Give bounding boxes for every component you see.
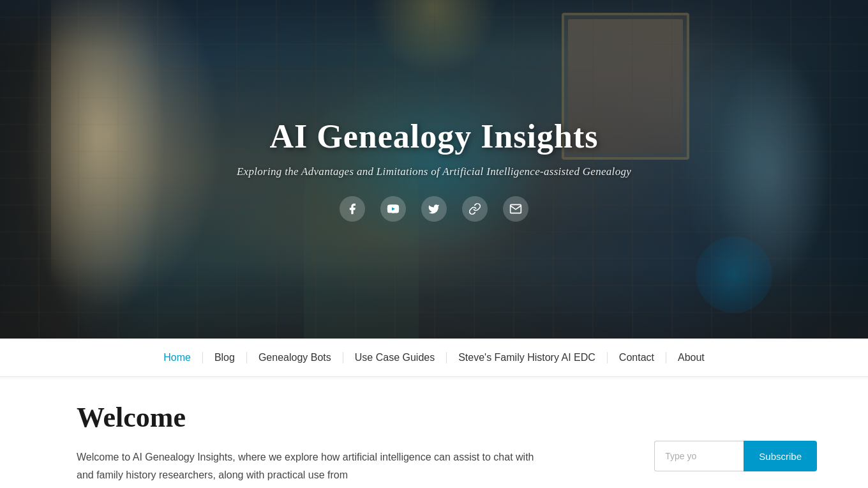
nav-link-use-case-guides[interactable]: Use Case Guides [355,352,435,363]
nav-item-contact[interactable]: Contact [607,352,666,363]
hero-section: AI Genealogy Insights Exploring the Adva… [0,0,868,339]
welcome-paragraph: Welcome to AI Genealogy Insights, where … [77,448,536,483]
facebook-icon[interactable] [340,196,365,222]
youtube-icon[interactable] [380,196,406,222]
nav-item-blog[interactable]: Blog [202,352,246,363]
twitter-icon[interactable] [421,196,447,222]
nav-list: Home Blog Genealogy Bots Use Case Guides… [152,352,716,363]
nav-link-home[interactable]: Home [163,352,191,363]
content-area: Welcome Welcome to AI Genealogy Insights… [77,402,613,484]
nav-item-genealogy-bots[interactable]: Genealogy Bots [246,352,343,363]
nav-link-blog[interactable]: Blog [214,352,235,363]
main-content: Welcome Welcome to AI Genealogy Insights… [0,377,868,488]
hero-content: AI Genealogy Insights Exploring the Adva… [237,118,631,222]
social-links [237,196,631,222]
nav-item-home[interactable]: Home [152,352,202,363]
subscribe-form: Subscribe [654,441,817,471]
nav-link-genealogy-bots[interactable]: Genealogy Bots [258,352,331,363]
welcome-heading: Welcome [77,402,613,433]
email-icon[interactable] [503,196,528,222]
nav-item-about[interactable]: About [666,352,716,363]
nav-link-contact[interactable]: Contact [619,352,654,363]
subscribe-button[interactable]: Subscribe [744,441,817,471]
subscribe-email-input[interactable] [654,441,744,471]
hero-subtitle: Exploring the Advantages and Limitations… [237,165,631,178]
main-navigation: Home Blog Genealogy Bots Use Case Guides… [0,339,868,377]
subscribe-area: Subscribe [651,402,817,484]
nav-item-ai-edc[interactable]: Steve's Family History AI EDC [446,352,607,363]
nav-item-use-case-guides[interactable]: Use Case Guides [343,352,446,363]
nav-link-ai-edc[interactable]: Steve's Family History AI EDC [458,352,595,363]
hero-title: AI Genealogy Insights [237,118,631,155]
nav-link-about[interactable]: About [678,352,705,363]
link-icon[interactable] [462,196,488,222]
